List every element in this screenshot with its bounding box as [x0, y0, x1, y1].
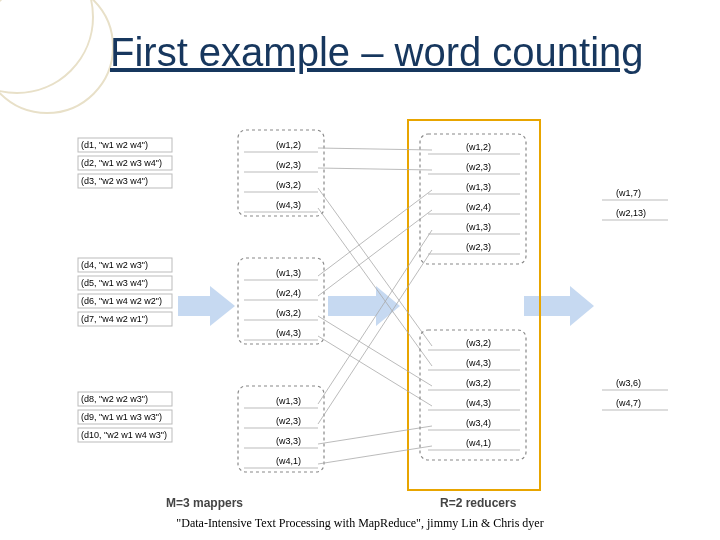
svg-text:(d6, "w1 w4 w2 w2"): (d6, "w1 w4 w2 w2")	[81, 296, 162, 306]
svg-line-50	[318, 208, 432, 366]
svg-line-47	[318, 148, 432, 150]
svg-text:(w3,3): (w3,3)	[276, 436, 301, 446]
svg-text:(d5, "w1 w3 w4"): (d5, "w1 w3 w4")	[81, 278, 148, 288]
citation: "Data-Intensive Text Processing with Map…	[0, 516, 720, 531]
svg-text:(w1,7): (w1,7)	[616, 188, 641, 198]
svg-text:(d7, "w4 w2 w1"): (d7, "w4 w2 w1")	[81, 314, 148, 324]
reducers-caption: R=2 reducers	[440, 496, 516, 510]
svg-text:(d10, "w2 w1 w4 w3"): (d10, "w2 w1 w4 w3")	[81, 430, 167, 440]
svg-text:(w4,3): (w4,3)	[276, 328, 301, 338]
svg-line-49	[318, 188, 432, 346]
svg-text:(d2, "w1 w2 w3 w4"): (d2, "w1 w2 w3 w4")	[81, 158, 162, 168]
svg-text:(w4,1): (w4,1)	[276, 456, 301, 466]
svg-line-56	[318, 250, 432, 424]
arrow-docs-to-mappers	[178, 286, 235, 326]
mapper-out-3: (w1,3) (w2,3) (w3,3) (w4,1)	[244, 396, 318, 468]
svg-text:(w1,3): (w1,3)	[276, 396, 301, 406]
svg-text:(w1,2): (w1,2)	[276, 140, 301, 150]
svg-text:(w3,2): (w3,2)	[466, 338, 491, 348]
svg-text:(w3,2): (w3,2)	[276, 180, 301, 190]
svg-text:(d9, "w1 w1 w3 w3"): (d9, "w1 w1 w3 w3")	[81, 412, 162, 422]
svg-line-52	[318, 210, 432, 296]
svg-text:(w4,3): (w4,3)	[466, 358, 491, 368]
svg-line-48	[318, 168, 432, 170]
reducer-in-2: (w3,2) (w4,3) (w3,2) (w4,3) (w3,4) (w4,1…	[428, 338, 520, 450]
svg-line-51	[318, 190, 432, 276]
svg-line-54	[318, 336, 432, 406]
svg-text:(w1,3): (w1,3)	[276, 268, 301, 278]
svg-text:(d3, "w2 w3 w4"): (d3, "w2 w3 w4")	[81, 176, 148, 186]
svg-text:(w2,4): (w2,4)	[466, 202, 491, 212]
docs-group-1: (d1, "w1 w2 w4") (d2, "w1 w2 w3 w4") (d3…	[78, 138, 172, 188]
svg-line-57	[318, 426, 432, 444]
docs-group-2: (d4, "w1 w2 w3") (d5, "w1 w3 w4") (d6, "…	[78, 258, 172, 326]
mappers-caption: M=3 mappers	[166, 496, 243, 510]
svg-text:(d4, "w1 w2 w3"): (d4, "w1 w2 w3")	[81, 260, 148, 270]
reducer-highlight	[408, 120, 540, 490]
svg-line-53	[318, 316, 432, 386]
svg-text:(w3,2): (w3,2)	[276, 308, 301, 318]
svg-text:(w4,7): (w4,7)	[616, 398, 641, 408]
svg-text:(w3,2): (w3,2)	[466, 378, 491, 388]
svg-text:(w3,6): (w3,6)	[616, 378, 641, 388]
reducer-in-1: (w1,2) (w2,3) (w1,3) (w2,4) (w1,3) (w2,3…	[428, 142, 520, 254]
svg-marker-0	[178, 286, 235, 326]
svg-text:(w2,13): (w2,13)	[616, 208, 646, 218]
svg-text:(w2,3): (w2,3)	[466, 162, 491, 172]
diagram: (d1, "w1 w2 w4") (d2, "w1 w2 w3 w4") (d3…	[0, 0, 720, 540]
svg-text:(w4,3): (w4,3)	[466, 398, 491, 408]
arrow-reducers-to-output	[524, 286, 594, 326]
svg-text:(w1,3): (w1,3)	[466, 182, 491, 192]
svg-line-55	[318, 230, 432, 404]
svg-text:(w2,3): (w2,3)	[466, 242, 491, 252]
svg-text:(w2,4): (w2,4)	[276, 288, 301, 298]
svg-text:(w3,4): (w3,4)	[466, 418, 491, 428]
svg-line-58	[318, 446, 432, 464]
svg-text:(d8, "w2 w2 w3"): (d8, "w2 w2 w3")	[81, 394, 148, 404]
svg-marker-2	[524, 286, 594, 326]
mapper-out-2: (w1,3) (w2,4) (w3,2) (w4,3)	[244, 268, 318, 340]
svg-text:(w1,3): (w1,3)	[466, 222, 491, 232]
svg-text:(w4,3): (w4,3)	[276, 200, 301, 210]
docs-group-3: (d8, "w2 w2 w3") (d9, "w1 w1 w3 w3") (d1…	[78, 392, 172, 442]
mapper-out-1: (w1,2) (w2,3) (w3,2) (w4,3)	[244, 140, 318, 212]
svg-text:(w2,3): (w2,3)	[276, 160, 301, 170]
svg-text:(w4,1): (w4,1)	[466, 438, 491, 448]
svg-text:(w2,3): (w2,3)	[276, 416, 301, 426]
reducer-out-2: (w3,6) (w4,7)	[602, 378, 668, 410]
svg-text:(w1,2): (w1,2)	[466, 142, 491, 152]
svg-text:(d1, "w1 w2 w4"): (d1, "w1 w2 w4")	[81, 140, 148, 150]
reducer-out-1: (w1,7) (w2,13)	[602, 188, 668, 220]
